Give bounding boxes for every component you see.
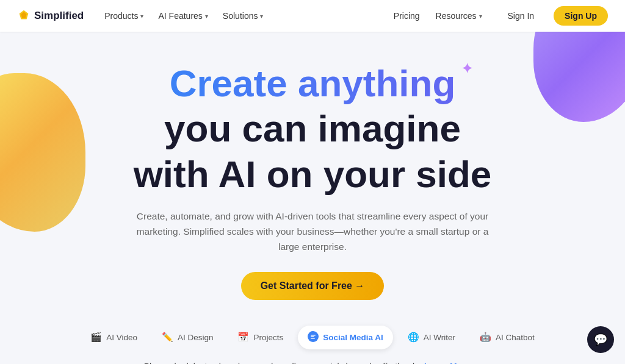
- nav-pricing[interactable]: Pricing: [394, 11, 420, 21]
- hero-title: Create anything ✦ you can imagine with A…: [134, 61, 492, 197]
- ai-chatbot-icon: 🤖: [480, 332, 491, 343]
- tab-ai-design[interactable]: ✏️ AI Design: [152, 326, 223, 348]
- nav-solutions[interactable]: Solutions ▾: [217, 7, 270, 24]
- svg-rect-4: [311, 336, 314, 337]
- svg-rect-5: [311, 338, 315, 339]
- hero-line2: you can imagine: [134, 106, 492, 151]
- signin-button[interactable]: Sign In: [498, 7, 544, 25]
- svg-rect-3: [311, 335, 316, 336]
- cta-button[interactable]: Get Started for Free →: [241, 272, 385, 300]
- hero-subtitle: Create, automate, and grow with AI-drive…: [135, 209, 490, 254]
- logo-text: Simplified: [34, 10, 84, 22]
- ai-design-icon: ✏️: [162, 332, 173, 343]
- chevron-down-icon: ▾: [140, 13, 143, 20]
- nav-resources[interactable]: Resources ▾: [430, 7, 488, 24]
- logo-icon: [17, 9, 31, 23]
- learn-more-link[interactable]: Learn More →: [424, 362, 481, 364]
- main-content: Create anything ✦ you can imagine with A…: [0, 32, 625, 364]
- nav-left: Products ▾ AI Features ▾ Solutions ▾: [98, 7, 394, 24]
- social-media-icon: [308, 331, 319, 344]
- tab-social-media-ai[interactable]: Social Media AI: [298, 326, 393, 349]
- hero-line1: Create anything ✦: [170, 61, 456, 106]
- nav-right: Pricing Resources ▾ Sign In Sign Up: [394, 6, 608, 26]
- nav-products[interactable]: Products ▾: [98, 7, 150, 24]
- logo[interactable]: Simplified: [17, 9, 84, 23]
- nav-ai-features[interactable]: AI Features ▾: [152, 7, 214, 24]
- chat-icon: 💬: [594, 333, 607, 346]
- tab-projects[interactable]: 📅 Projects: [228, 326, 293, 348]
- sparkle-icon: ✦: [461, 61, 472, 77]
- navbar: Simplified Products ▾ AI Features ▾ Solu…: [0, 0, 625, 32]
- signup-button[interactable]: Sign Up: [554, 6, 608, 26]
- bottom-bar: Plan, schedule, track and respond on all…: [144, 362, 482, 364]
- tab-ai-chatbot[interactable]: 🤖 AI Chatbot: [470, 326, 544, 348]
- chevron-down-icon: ▾: [479, 13, 482, 20]
- bottom-bar-text: Plan, schedule, track and respond on all…: [144, 362, 421, 364]
- chevron-down-icon: ▾: [205, 13, 208, 20]
- chevron-down-icon: ▾: [260, 13, 263, 20]
- tab-ai-writer[interactable]: 🌐 AI Writer: [398, 326, 465, 348]
- hero-line3: with AI on your side: [134, 152, 492, 197]
- ai-video-icon: 🎬: [90, 332, 102, 343]
- tab-ai-video[interactable]: 🎬 AI Video: [81, 326, 147, 348]
- projects-icon: 📅: [237, 332, 249, 343]
- feature-tabs: 🎬 AI Video ✏️ AI Design 📅 Projects Socia…: [81, 326, 544, 349]
- chat-bubble-button[interactable]: 💬: [587, 326, 614, 353]
- ai-writer-icon: 🌐: [408, 332, 419, 343]
